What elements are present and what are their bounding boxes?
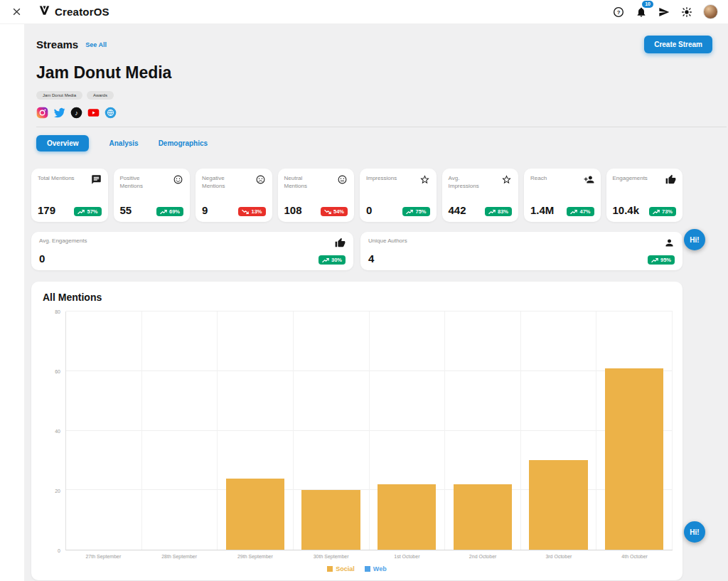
stat-change-value: 13% [251, 209, 262, 215]
stat-value: 9 [202, 204, 208, 216]
stat-label: Avg. Engagements [39, 238, 87, 244]
stat-change-value: 83% [498, 209, 508, 215]
star-icon [419, 174, 430, 185]
frown-icon [255, 174, 266, 185]
social-platform-icons: ♪ [36, 107, 728, 119]
thumb-up-icon [665, 174, 676, 185]
stat-value: 108 [284, 204, 302, 216]
stat-label: Engagements [613, 174, 648, 182]
theme-sun-icon[interactable] [680, 6, 692, 18]
user-avatar[interactable] [703, 4, 718, 19]
stat-label: Avg. Impressions [449, 174, 491, 190]
stat-change-value: 95% [660, 257, 671, 263]
chat-icon [91, 174, 102, 185]
svg-text:♪: ♪ [75, 110, 78, 117]
stat-label: Negative Mentions [202, 174, 245, 190]
stat-label: Impressions [366, 174, 397, 182]
stat-change-badge: 69% [156, 207, 183, 216]
tag-chip-jam-donut-media[interactable]: Jam Donut Media [36, 91, 82, 100]
section-divider [36, 127, 727, 127]
tab-analysis[interactable]: Analysis [109, 135, 138, 151]
x-axis-label: 28th September [141, 554, 218, 559]
twitter-icon[interactable] [53, 107, 65, 119]
wide-stats-row: Avg. Engagements 0 30% Unique Authors 4 … [31, 232, 682, 270]
see-all-link[interactable]: See All [85, 41, 107, 48]
youtube-icon[interactable] [87, 107, 100, 119]
stat-value: 442 [449, 204, 466, 216]
chart-column-3rd-october [521, 311, 597, 550]
stat-change-badge: 13% [238, 207, 265, 216]
chart-columns [66, 311, 673, 550]
stat-change-badge: 83% [485, 207, 512, 216]
all-mentions-chart-card: All Mentions 020406080 27th September28t… [31, 282, 682, 580]
stats-card-row: Total Mentions 179 57% Positive Mentions… [31, 169, 682, 222]
star-icon [501, 174, 512, 185]
close-icon[interactable] [10, 6, 23, 18]
tiktok-icon[interactable]: ♪ [70, 107, 82, 119]
stat-label: Positive Mentions [120, 174, 163, 190]
stat-label: Neutral Mentions [284, 174, 327, 190]
top-bar: CreatorOS ? 10 [0, 0, 728, 24]
notifications-bell-icon[interactable]: 10 [635, 6, 647, 18]
stat-card-total-mentions: Total Mentions 179 57% [31, 169, 108, 222]
chart-column-27th-september [66, 311, 142, 550]
stat-card-negative-mentions: Negative Mentions 9 13% [196, 169, 272, 222]
social-bar-4th-october [605, 368, 663, 550]
svg-text:?: ? [616, 9, 620, 15]
chart-y-axis: 020406080 [41, 311, 65, 550]
stat-change-badge: 75% [402, 207, 429, 216]
stat-change-value: 54% [333, 209, 344, 215]
stat-card-positive-mentions: Positive Mentions 55 69% [114, 169, 191, 222]
logo-mark-icon [38, 4, 50, 19]
chart-column-28th-september [142, 311, 218, 550]
app-logo: CreatorOS [38, 4, 109, 19]
neutral-icon [337, 174, 348, 185]
web-icon[interactable] [105, 107, 117, 119]
stat-change-badge: 54% [321, 207, 348, 216]
stat-value: 4 [368, 252, 374, 265]
person-add-icon [584, 174, 594, 185]
instagram-icon[interactable] [36, 107, 48, 119]
stat-value: 0 [39, 252, 45, 265]
send-icon[interactable] [658, 6, 670, 18]
left-gutter [0, 24, 24, 581]
stat-card-impressions: Impressions 0 75% [360, 169, 437, 222]
x-axis-label: 2nd October [445, 554, 521, 559]
chart-column-4th-october [596, 311, 673, 550]
chat-hi-button-top[interactable]: Hi! [684, 229, 705, 250]
social-bar-30th-september [301, 490, 360, 550]
chart-legend: SocialWeb [41, 565, 673, 572]
stat-change-badge: 95% [648, 255, 675, 265]
stat-value: 0 [366, 204, 372, 216]
tab-demographics[interactable]: Demographics [159, 135, 208, 151]
create-stream-button[interactable]: Create Stream [644, 36, 712, 53]
chat-hi-button-bottom[interactable]: Hi! [684, 521, 705, 543]
legend-item-social[interactable]: Social [327, 565, 355, 572]
chart-column-1st-october [370, 311, 446, 550]
stat-card-reach: Reach 1.4M 47% [524, 169, 601, 222]
stat-change-value: 57% [87, 209, 97, 215]
stat-label: Total Mentions [38, 174, 75, 182]
legend-swatch [327, 566, 333, 572]
social-bar-29th-september [226, 479, 284, 550]
stat-value: 1.4M [530, 204, 554, 216]
social-bar-2nd-october [454, 484, 512, 550]
x-axis-label: 4th October [596, 554, 673, 559]
chart-column-29th-september [218, 311, 294, 550]
y-axis-tick: 0 [58, 548, 60, 553]
app-name: CreatorOS [55, 6, 109, 18]
chart-x-axis: 27th September28th September29th Septemb… [65, 554, 673, 559]
tag-chip-awards[interactable]: Awards [87, 91, 114, 100]
social-bar-1st-october [378, 484, 436, 550]
legend-item-web[interactable]: Web [365, 565, 387, 572]
person-icon [664, 238, 675, 248]
streams-title: Streams [36, 38, 78, 50]
stat-card-avg-engagements: Avg. Engagements 0 30% [31, 232, 353, 270]
stat-change-badge: 30% [318, 255, 346, 265]
stat-change-value: 75% [415, 209, 426, 215]
stat-card-avg-impressions: Avg. Impressions 442 83% [442, 169, 519, 222]
stat-card-unique-authors: Unique Authors 4 95% [360, 232, 682, 270]
tab-overview[interactable]: Overview [36, 135, 89, 151]
stat-card-engagements: Engagements 10.4k 73% [606, 169, 683, 222]
help-icon[interactable]: ? [612, 6, 624, 18]
